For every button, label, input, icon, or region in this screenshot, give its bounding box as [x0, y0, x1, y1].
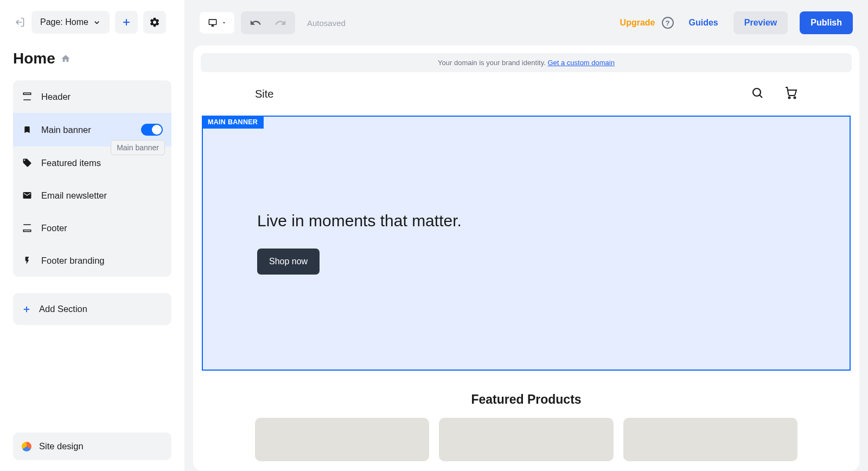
undo-icon[interactable]: [250, 17, 261, 29]
product-card[interactable]: [439, 418, 613, 461]
publish-button[interactable]: Publish: [800, 11, 853, 34]
plus-icon: [121, 17, 132, 28]
add-section-label: Add Section: [39, 304, 87, 314]
autosaved-status: Autosaved: [307, 18, 346, 28]
banner-cta-button[interactable]: Shop now: [257, 249, 320, 275]
section-tag: MAIN BANNER: [202, 116, 264, 129]
undo-redo-group: [241, 11, 295, 34]
page-title-text: Home: [13, 50, 55, 67]
palette-icon: [22, 442, 31, 451]
preview-site-header[interactable]: Site: [201, 72, 852, 116]
section-item-main-banner[interactable]: Main banner Main banner: [13, 113, 171, 147]
banner-content: Live in moments that matter. Shop now: [257, 212, 462, 275]
preview-button[interactable]: Preview: [733, 11, 788, 34]
section-visibility-toggle[interactable]: [141, 124, 163, 136]
section-item-header[interactable]: Header: [13, 80, 171, 113]
bookmark-icon: [22, 124, 33, 135]
help-button[interactable]: ?: [662, 17, 674, 29]
section-item-footer-branding[interactable]: Footer branding: [13, 244, 171, 277]
section-list: Header Main banner Main banner Featured …: [13, 80, 171, 277]
page-settings-button[interactable]: [143, 11, 166, 34]
plus-icon: [22, 304, 31, 314]
tooltip: Main banner: [111, 140, 165, 155]
preview-site-name: Site: [255, 88, 273, 100]
section-label: Footer branding: [41, 256, 163, 266]
svg-rect-5: [23, 230, 31, 232]
site-preview-canvas: Your domain is your brand identity. Get …: [193, 46, 859, 471]
device-viewport-selector[interactable]: [200, 12, 234, 34]
featured-products-title[interactable]: Featured Products: [201, 371, 852, 418]
caret-down-icon: [221, 20, 227, 26]
search-icon[interactable]: [751, 86, 764, 101]
upgrade-link[interactable]: Upgrade: [620, 18, 655, 28]
section-label: Main banner: [41, 125, 132, 135]
exit-icon: [14, 17, 25, 28]
cart-icon[interactable]: [784, 86, 797, 101]
domain-notice-bar: Your domain is your brand identity. Get …: [201, 53, 852, 72]
redo-icon[interactable]: [275, 17, 286, 29]
main-area: Autosaved Upgrade ? Guides Preview Publi…: [184, 0, 868, 471]
add-section-button[interactable]: Add Section: [13, 293, 171, 325]
product-card[interactable]: [255, 418, 429, 461]
get-custom-domain-link[interactable]: Get a custom domain: [547, 59, 615, 67]
featured-products-row: [201, 418, 852, 461]
footer-icon: [22, 222, 33, 233]
home-icon: [61, 54, 71, 63]
bolt-icon: [22, 255, 33, 266]
svg-point-8: [753, 88, 761, 96]
site-design-label: Site design: [39, 441, 84, 451]
add-page-button[interactable]: [115, 11, 138, 34]
sidebar: Page: Home Home Header Main banner Main …: [0, 0, 184, 471]
site-design-button[interactable]: Site design: [13, 432, 171, 460]
section-item-footer[interactable]: Footer: [13, 212, 171, 244]
svg-point-10: [789, 97, 790, 99]
page-title: Home: [13, 50, 171, 67]
product-card[interactable]: [623, 418, 797, 461]
svg-line-9: [760, 95, 762, 98]
section-label: Featured items: [41, 158, 163, 168]
domain-notice-text: Your domain is your brand identity.: [438, 59, 547, 67]
canvas-wrapper: Your domain is your brand identity. Get …: [184, 46, 868, 471]
sidebar-top-controls: Page: Home: [13, 11, 171, 34]
svg-point-11: [794, 97, 796, 99]
guides-link[interactable]: Guides: [689, 18, 718, 28]
section-label: Header: [41, 92, 163, 102]
svg-rect-2: [23, 93, 31, 94]
page-selector-label: Page: Home: [40, 17, 88, 27]
preview-main-banner-section[interactable]: MAIN BANNER Live in moments that matter.…: [202, 116, 851, 371]
header-icon: [22, 91, 33, 102]
desktop-icon: [207, 18, 218, 27]
envelope-icon: [22, 190, 33, 201]
exit-editor-button[interactable]: [13, 16, 26, 29]
topbar: Autosaved Upgrade ? Guides Preview Publi…: [184, 0, 868, 46]
section-item-email-newsletter[interactable]: Email newsletter: [13, 179, 171, 212]
gear-icon: [149, 17, 160, 28]
section-label: Footer: [41, 223, 163, 233]
banner-heading[interactable]: Live in moments that matter.: [257, 212, 462, 230]
chevron-down-icon: [93, 18, 101, 27]
page-selector[interactable]: Page: Home: [31, 11, 110, 34]
section-label: Email newsletter: [41, 190, 163, 201]
tag-icon: [22, 157, 33, 168]
